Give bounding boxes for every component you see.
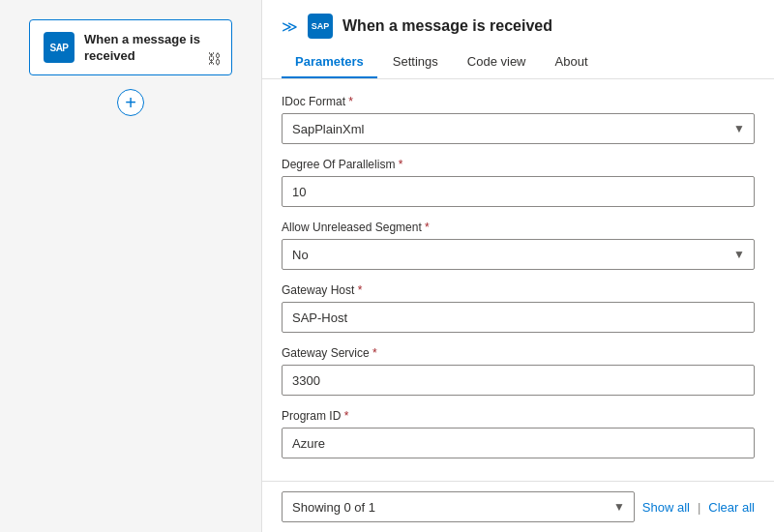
right-header: ≫ SAP When a message is received Paramet… — [262, 0, 774, 79]
parallelism-input[interactable] — [282, 176, 755, 207]
sap-icon-badge: SAP — [44, 32, 74, 63]
panel-title: When a message is received — [342, 17, 552, 35]
gateway-host-group: Gateway Host * — [282, 283, 755, 333]
gateway-service-input[interactable] — [282, 365, 755, 396]
action-card[interactable]: SAP When a message is received ⛓ — [29, 19, 232, 75]
header-sap-label: SAP — [312, 21, 330, 31]
action-card-title: When a message is received — [84, 32, 218, 65]
form-body: IDoc Format * SapPlainXml SapXml ▼ Degre… — [262, 79, 774, 481]
parallelism-group: Degree Of Parallelism * — [282, 158, 755, 207]
gateway-host-required: * — [358, 283, 363, 297]
program-id-group: Program ID * — [282, 409, 755, 458]
clear-all-link[interactable]: Clear all — [708, 500, 755, 515]
idoc-format-required: * — [348, 95, 353, 108]
gateway-service-label: Gateway Service * — [282, 346, 755, 360]
advanced-parameters-footer: Showing 0 of 1 ▼ Show all | Clear all — [262, 481, 774, 532]
allow-unreleased-select-wrapper: No Yes ▼ — [282, 239, 755, 270]
gateway-host-input[interactable] — [282, 302, 755, 333]
collapse-icon[interactable]: ≫ — [282, 17, 298, 36]
show-all-link[interactable]: Show all — [642, 500, 690, 515]
idoc-format-label: IDoc Format * — [282, 95, 755, 108]
tab-settings[interactable]: Settings — [379, 48, 452, 78]
gateway-service-group: Gateway Service * — [282, 346, 755, 396]
tab-bar: Parameters Settings Code view About — [282, 48, 755, 78]
allow-unreleased-group: Allow Unreleased Segment * No Yes ▼ — [282, 221, 755, 270]
sap-icon-label: SAP — [49, 43, 68, 53]
advanced-parameters-select[interactable]: Showing 0 of 1 — [282, 491, 635, 522]
tab-code-view[interactable]: Code view — [454, 48, 540, 78]
left-panel: SAP When a message is received ⛓ + — [0, 0, 261, 532]
idoc-format-select[interactable]: SapPlainXml SapXml — [282, 113, 755, 144]
title-row: ≫ SAP When a message is received — [282, 14, 755, 39]
allow-unreleased-select[interactable]: No Yes — [282, 239, 755, 270]
parallelism-label: Degree Of Parallelism * — [282, 158, 755, 171]
footer-divider: | — [698, 500, 700, 515]
parallelism-required: * — [399, 158, 403, 171]
allow-unreleased-label: Allow Unreleased Segment * — [282, 221, 755, 234]
advanced-select-wrapper: Showing 0 of 1 ▼ — [282, 491, 635, 522]
tab-parameters[interactable]: Parameters — [282, 48, 377, 78]
gateway-service-required: * — [372, 346, 377, 360]
right-panel: ≫ SAP When a message is received Paramet… — [262, 0, 774, 532]
idoc-format-group: IDoc Format * SapPlainXml SapXml ▼ — [282, 95, 755, 144]
program-id-input[interactable] — [282, 428, 755, 458]
gateway-host-label: Gateway Host * — [282, 283, 755, 297]
tab-about[interactable]: About — [542, 48, 602, 78]
program-id-required: * — [344, 409, 349, 423]
add-step-button[interactable]: + — [117, 89, 144, 116]
link-icon: ⛓ — [207, 50, 222, 67]
program-id-label: Program ID * — [282, 409, 755, 423]
header-sap-icon: SAP — [308, 14, 333, 39]
idoc-format-select-wrapper: SapPlainXml SapXml ▼ — [282, 113, 755, 144]
allow-unreleased-required: * — [425, 221, 430, 234]
